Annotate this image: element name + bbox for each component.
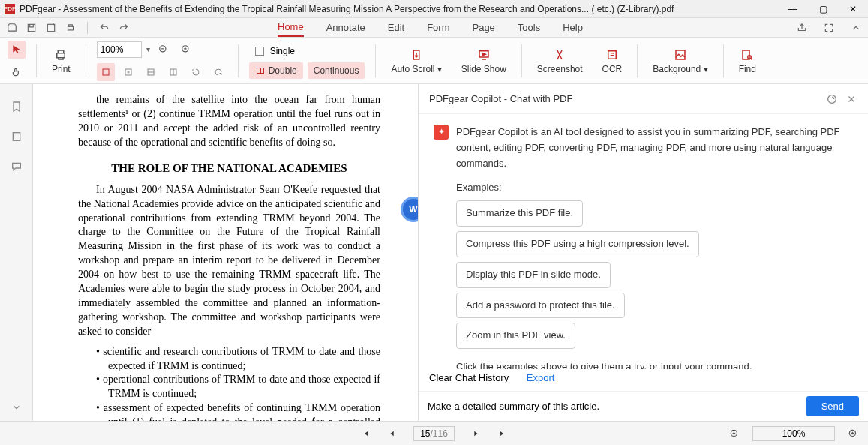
tab-form[interactable]: Form [427,19,449,36]
comments-icon[interactable] [9,159,24,174]
view-continuous-button[interactable]: Continuous [308,62,365,79]
bookmarks-icon[interactable] [9,99,24,114]
print-label: Print [52,64,71,74]
sidebar-left [0,84,33,421]
tab-annotate[interactable]: Annotate [326,19,365,36]
background-icon [673,47,688,62]
maximize-button[interactable]: ▢ [808,0,838,18]
continuous-label: Continuous [314,65,359,76]
redo-icon[interactable] [118,22,130,34]
ocr-button[interactable]: OCR [598,47,627,74]
menu-tabbar: Home Annotate Edit Form Page Tools Help [0,18,868,38]
slide-show-label: Slide Show [461,64,506,74]
double-icon [255,65,266,76]
next-page-icon[interactable] [470,428,482,440]
clear-chat-button[interactable]: Clear Chat History [429,372,509,383]
auto-scroll-button[interactable]: Auto Scroll ▾ [386,47,446,74]
copilot-panel: PDFgear Copilot - Chat with PDF ✦ PDFgea… [418,84,868,421]
find-icon [740,47,755,62]
page-indicator[interactable]: 15/116 [413,426,455,441]
separator [723,44,724,77]
share-icon[interactable] [796,22,808,34]
example-zoom[interactable]: Zoom in this PDF view. [456,323,575,349]
auto-scroll-label: Auto Scroll ▾ [391,64,441,74]
doc-paragraph: the remains of the satellite into the oc… [78,93,380,150]
slide-show-button[interactable]: Slide Show [457,47,511,74]
fullscreen-icon[interactable] [823,22,835,34]
background-button[interactable]: Background ▾ [648,47,712,74]
screenshot-icon [552,47,567,62]
select-tool-icon[interactable] [8,41,26,59]
thumbnails-icon[interactable] [9,129,24,144]
hand-tool-icon[interactable] [8,63,26,81]
svg-point-20 [828,95,836,103]
copilot-title: PDFgear Copilot - Chat with PDF [429,93,818,104]
tab-help[interactable]: Help [563,19,583,36]
page-current: 15 [420,428,430,439]
save-icon[interactable] [26,22,38,34]
find-button[interactable]: Find [734,47,761,74]
collapse-ribbon-icon[interactable] [850,22,862,34]
export-chat-button[interactable]: Export [527,372,555,383]
svg-rect-12 [260,68,263,73]
send-button[interactable]: Send [806,396,859,416]
single-label: Single [270,46,295,56]
expand-sidebar-icon[interactable] [9,400,24,415]
svg-rect-6 [103,69,109,75]
separator [86,44,86,77]
doc-heading: THE ROLE OF THE NATIONAL ACADEMIES [78,161,380,176]
fit-width-icon[interactable] [119,63,137,81]
tab-tools[interactable]: Tools [518,19,540,36]
tab-edit[interactable]: Edit [388,19,404,36]
rotate-left-icon[interactable] [187,63,205,81]
slide-show-icon [476,47,491,62]
copilot-refresh-icon[interactable] [826,93,838,105]
zoom-in-icon[interactable] [177,41,195,59]
checkbox-icon [255,47,264,56]
first-page-icon[interactable] [359,428,371,440]
zoom-in-status-icon[interactable] [847,428,859,440]
screenshot-button[interactable]: Screenshot [533,47,587,74]
find-label: Find [739,64,756,74]
minimize-button[interactable]: — [778,0,808,18]
copilot-examples-label: Examples: [456,180,853,196]
copilot-input[interactable] [428,401,799,412]
open-icon[interactable] [6,22,18,34]
svg-rect-3 [57,53,65,57]
actual-size-icon[interactable] [142,63,160,81]
undo-icon[interactable] [98,22,110,34]
prev-page-icon[interactable] [386,428,398,440]
zoom-status[interactable]: 100% [752,426,835,441]
last-page-icon[interactable] [497,428,509,440]
save-as-icon[interactable] [45,22,57,34]
example-summarize[interactable]: Summarize this PDF file. [456,200,583,227]
doc-bullet: • operational contributions of TRMM to d… [78,373,380,401]
zoom-out-status-icon[interactable] [728,428,740,440]
zoom-input[interactable] [97,41,142,58]
document-viewport[interactable]: the remains of the satellite into the oc… [33,84,418,421]
tab-page[interactable]: Page [472,19,494,36]
print-quick-icon[interactable] [65,22,77,34]
fit-page-icon[interactable] [97,63,115,81]
doc-bullet: • scientific and research contributions … [78,345,380,374]
print-button[interactable]: Print [47,47,75,74]
view-single-button[interactable]: Single [249,43,365,59]
example-slidemode[interactable]: Display this PDF in slide mode. [456,262,611,288]
separator [637,44,638,77]
example-password[interactable]: Add a password to protect this file. [456,293,625,319]
separator [238,44,239,77]
svg-rect-11 [257,68,260,73]
tab-home[interactable]: Home [278,18,304,37]
rotate-right-icon[interactable] [209,63,227,81]
svg-rect-2 [68,26,74,30]
ocr-icon [605,47,620,62]
zoom-dropdown-icon[interactable]: ▾ [146,45,150,53]
close-button[interactable]: ✕ [838,0,868,18]
background-label: Background ▾ [653,64,707,74]
fit-visible-icon[interactable] [164,63,182,81]
separator [521,44,522,77]
view-double-button[interactable]: Double [249,62,303,79]
example-compress[interactable]: Compress this PDF using a high compressi… [456,231,699,257]
copilot-close-icon[interactable] [845,93,857,105]
zoom-out-icon[interactable] [155,41,173,59]
